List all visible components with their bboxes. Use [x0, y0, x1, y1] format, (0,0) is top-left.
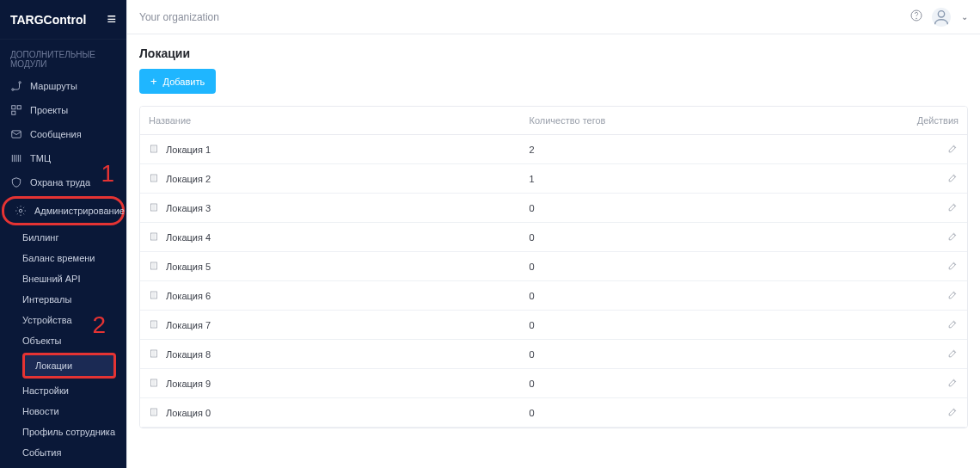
table-row[interactable]: Локация 90	[140, 369, 967, 398]
table-row[interactable]: Локация 70	[140, 311, 967, 340]
row-name: Локация 7	[166, 320, 211, 330]
mail-icon	[10, 128, 22, 140]
svg-rect-17	[151, 350, 157, 357]
edit-icon[interactable]	[947, 175, 959, 185]
table-row[interactable]: Локация 30	[140, 194, 967, 223]
row-name: Локация 6	[166, 291, 211, 301]
edit-icon[interactable]	[947, 233, 959, 243]
svg-rect-3	[17, 106, 21, 109]
add-button[interactable]: + Добавить	[139, 69, 216, 94]
edit-icon[interactable]	[947, 350, 959, 360]
sidebar-item-tmc[interactable]: ТМЦ	[0, 146, 126, 170]
table-row[interactable]: Локация 21	[140, 164, 967, 194]
sidebar-item-label: Сообщения	[30, 129, 82, 139]
building-icon	[149, 202, 159, 214]
sidebar-admin-submenu: Биллинг Баланс времени Внешний API Интер…	[0, 227, 126, 468]
svg-rect-18	[151, 379, 157, 386]
row-name: Локация 9	[166, 379, 211, 389]
row-tags: 0	[521, 369, 885, 398]
sidebar-item-label: Маршруты	[30, 81, 77, 91]
sidebar-item-label: Локации	[35, 360, 72, 371]
row-tags: 0	[521, 398, 885, 428]
sidebar-item-events[interactable]: События	[12, 442, 126, 463]
building-icon	[149, 407, 159, 419]
svg-rect-12	[151, 204, 157, 211]
table-row[interactable]: Локация 80	[140, 340, 967, 369]
plus-icon: +	[150, 76, 157, 87]
col-header-name: Название	[140, 107, 521, 135]
sidebar-item-time-balance[interactable]: Баланс времени	[12, 248, 126, 268]
sidebar: TARGControl ≡ ДОПОЛНИТЕЛЬНЫЕ МОДУЛИ Марш…	[0, 0, 126, 468]
edit-icon[interactable]	[947, 409, 959, 419]
content: + Добавить Название Количество тегов Дей…	[127, 69, 980, 440]
page-title: Локации	[139, 46, 968, 60]
sidebar-item-messages[interactable]: Сообщения	[0, 122, 126, 146]
sidebar-item-safety[interactable]: Охрана труда	[0, 170, 126, 194]
table-row[interactable]: Локация 50	[140, 252, 967, 281]
help-icon[interactable]	[910, 9, 923, 26]
sidebar-item-label: События	[22, 447, 61, 458]
row-name: Локация 1	[166, 145, 211, 155]
shield-icon	[10, 176, 22, 188]
table-row[interactable]: Локация 60	[140, 281, 967, 311]
building-icon	[149, 290, 159, 302]
sidebar-item-external-api[interactable]: Внешний API	[12, 268, 126, 289]
row-name: Локация 8	[166, 349, 211, 360]
menu-toggle-icon[interactable]: ≡	[107, 10, 116, 28]
sidebar-item-admin[interactable]: Администрирование ⌄	[2, 196, 125, 225]
sidebar-item-notifications[interactable]: Уведомления	[12, 463, 126, 468]
add-button-label: Добавить	[163, 77, 205, 87]
sidebar-item-label: ТМЦ	[30, 153, 51, 163]
sidebar-item-label: Охрана труда	[30, 177, 90, 188]
row-tags: 0	[521, 223, 885, 252]
sidebar-item-intervals[interactable]: Интервалы	[12, 289, 126, 310]
sidebar-item-settings[interactable]: Настройки	[12, 380, 126, 401]
edit-icon[interactable]	[947, 204, 959, 214]
projects-icon	[10, 104, 22, 116]
main: Your organization ⌄ Локации + Добавить Н…	[126, 0, 980, 468]
row-tags: 2	[521, 135, 885, 164]
locations-table: Название Количество тегов Действия Локац…	[140, 107, 967, 428]
col-header-tags: Количество тегов	[521, 107, 885, 135]
svg-point-1	[19, 82, 21, 83]
edit-icon[interactable]	[947, 321, 959, 331]
sidebar-item-projects[interactable]: Проекты	[0, 98, 126, 122]
svg-point-6	[19, 209, 22, 212]
row-name: Локация 0	[166, 408, 211, 418]
edit-icon[interactable]	[947, 262, 959, 273]
svg-rect-14	[151, 262, 157, 269]
svg-point-0	[12, 89, 14, 90]
row-name: Локация 5	[166, 262, 211, 272]
row-tags: 0	[521, 281, 885, 311]
table-row[interactable]: Локация 40	[140, 223, 967, 252]
row-tags: 0	[521, 252, 885, 281]
page-header: Локации	[127, 34, 980, 69]
sidebar-item-label: Биллинг	[22, 232, 58, 243]
building-icon	[149, 261, 159, 273]
sidebar-item-label: Профиль сотрудника	[22, 427, 115, 437]
svg-rect-16	[151, 321, 157, 328]
svg-point-8	[916, 18, 917, 19]
row-name: Локация 2	[166, 174, 211, 184]
sidebar-item-devices[interactable]: Устройства	[12, 310, 126, 330]
building-icon	[149, 348, 159, 360]
svg-rect-15	[151, 292, 157, 299]
sidebar-item-label: Устройства	[22, 315, 72, 325]
sidebar-section-label: ДОПОЛНИТЕЛЬНЫЕ МОДУЛИ	[0, 40, 126, 74]
avatar[interactable]	[932, 8, 951, 27]
table-row[interactable]: Локация 00	[140, 398, 967, 428]
edit-icon[interactable]	[947, 145, 959, 156]
row-tags: 0	[521, 194, 885, 223]
sidebar-header: TARGControl ≡	[0, 0, 126, 40]
sidebar-item-billing[interactable]: Биллинг	[12, 227, 126, 248]
sidebar-item-routes[interactable]: Маршруты	[0, 74, 126, 98]
row-tags: 0	[521, 311, 885, 340]
table-row[interactable]: Локация 12	[140, 135, 967, 164]
sidebar-item-locations[interactable]: Локации	[22, 353, 116, 379]
chevron-down-icon[interactable]: ⌄	[961, 12, 968, 22]
edit-icon[interactable]	[947, 379, 959, 390]
sidebar-item-objects[interactable]: Объекты	[12, 330, 126, 351]
sidebar-item-news[interactable]: Новости	[12, 401, 126, 422]
sidebar-item-employee-profile[interactable]: Профиль сотрудника	[12, 422, 126, 442]
edit-icon[interactable]	[947, 292, 959, 302]
